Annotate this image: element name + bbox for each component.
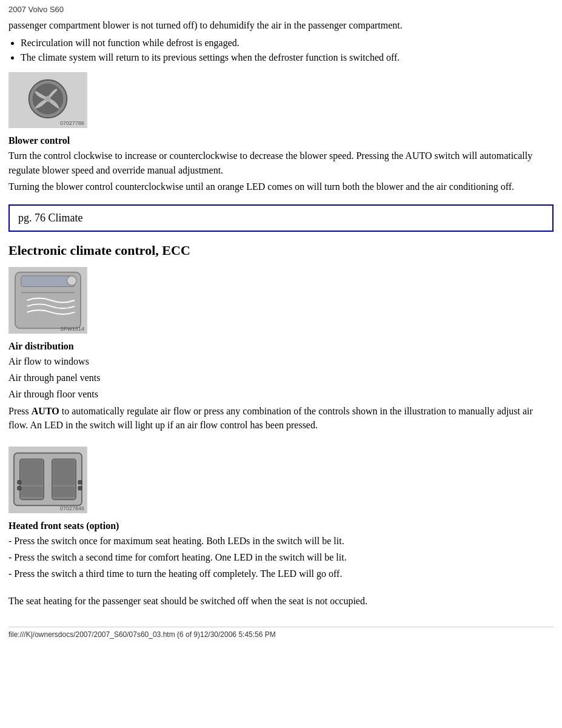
svg-rect-13 xyxy=(21,487,42,497)
svg-rect-16 xyxy=(53,487,75,497)
svg-rect-12 xyxy=(21,460,42,485)
air-dist-heading: Air distribution xyxy=(8,341,554,352)
svg-rect-15 xyxy=(53,460,75,485)
auto-bold: AUTO xyxy=(32,406,59,416)
ecc-heading: Electronic climate control, ECC xyxy=(8,243,554,258)
svg-rect-18 xyxy=(18,487,21,490)
blower-para1: Turn the control clockwise to increase o… xyxy=(8,149,554,177)
svg-rect-19 xyxy=(78,480,82,484)
blower-image-label: 07027786 xyxy=(60,120,84,126)
air-dist-image-container: SFW1514 xyxy=(8,267,554,334)
svg-point-8 xyxy=(67,276,76,286)
svg-rect-20 xyxy=(78,487,82,490)
air-dist-image-label: SFW1514 xyxy=(60,326,84,332)
air-dist-para: Press AUTO to automatically regulate air… xyxy=(8,404,554,432)
blower-para2: Turning the blower control counterclockw… xyxy=(8,180,554,194)
svg-point-3 xyxy=(45,96,51,103)
heated-image: 07027846 xyxy=(8,447,87,513)
bullet-list: Recirculation will not function while de… xyxy=(21,36,554,65)
heated-para4: The seat heating for the passenger seat … xyxy=(8,594,554,608)
page-indicator: pg. 76 Climate xyxy=(8,204,554,232)
heated-heading: Heated front seats (option) xyxy=(8,521,554,531)
footer-bar: file:///K|/ownersdocs/2007/2007_S60/07s6… xyxy=(8,627,554,639)
air-dist-para-rest: to automatically regulate air flow or pr… xyxy=(8,406,533,430)
air-dist-image: SFW1514 xyxy=(8,267,87,334)
blower-image: 07027786 xyxy=(8,72,87,128)
heated-para1: - Press the switch once for maximum seat… xyxy=(8,534,554,548)
blower-image-container: 07027786 xyxy=(8,72,554,128)
intro-text: passenger compartment blower is not turn… xyxy=(8,19,554,32)
title-bar: 2007 Volvo S60 xyxy=(8,5,554,14)
heated-image-label: 07027846 xyxy=(60,505,84,511)
air-dist-line2: Air through panel vents xyxy=(8,371,554,385)
bullet-item-2: The climate system will return to its pr… xyxy=(21,50,554,65)
svg-rect-17 xyxy=(18,480,21,484)
heated-para3: - Press the switch a third time to turn … xyxy=(8,567,554,581)
air-dist-line3: Air through floor vents xyxy=(8,387,554,401)
heated-para2: - Press the switch a second time for com… xyxy=(8,550,554,564)
bullet-item-1: Recirculation will not function while de… xyxy=(21,36,554,50)
blower-heading: Blower control xyxy=(8,135,554,146)
heated-image-container: 07027846 xyxy=(8,447,554,513)
air-dist-line1: Air flow to windows xyxy=(8,354,554,368)
